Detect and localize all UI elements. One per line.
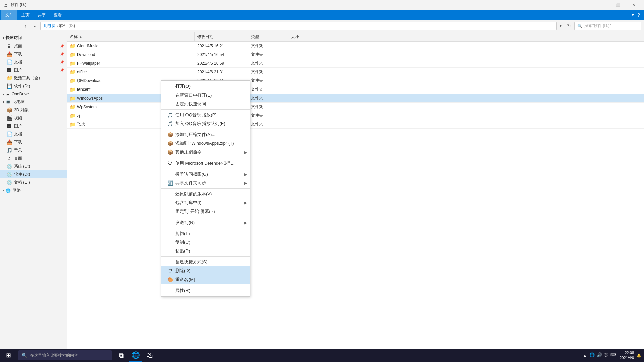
sidebar-item-video[interactable]: 🎬 视频 (0, 114, 67, 122)
sidebar-item-documents[interactable]: 📄 文档 (0, 130, 67, 138)
ctx-include-library[interactable]: 包含到库中(I) ▶ (161, 198, 250, 207)
refresh-button[interactable]: ↻ (565, 22, 573, 30)
close-button[interactable]: ✕ (626, 0, 641, 10)
taskbar-edge[interactable]: 🌐 (129, 349, 142, 362)
taskbar-clock[interactable]: 22:08 2021/4/6 (620, 350, 634, 361)
col-header-type[interactable]: 类型 (248, 32, 288, 42)
taskbar-search[interactable]: 🔍 在这里输入你要搜索的内容 (18, 350, 112, 360)
table-row[interactable]: CloudMusic 2021/4/5 16:21 文件夹 (67, 42, 644, 50)
ctx-qqmusic-play[interactable]: 🎵 使用 QQ音乐 播放(P) (161, 111, 250, 119)
title-bar-title: 软件 (D:) (11, 2, 26, 8)
sidebar-onedrive[interactable]: ▸ ☁ OneDrive (0, 90, 67, 98)
app-icon: 🗂 (3, 2, 8, 8)
sidebar-item-docs[interactable]: 📄 文档 📌 (0, 58, 67, 66)
ctx-open[interactable]: 打开(O) (161, 82, 250, 91)
ctx-qqmusic-queue[interactable]: 🎵 加入 QQ音乐 播放队列(E) (161, 119, 250, 128)
minimize-button[interactable]: ─ (595, 0, 610, 10)
sidebar-this-pc-header[interactable]: ▾ 💻 此电脑 (0, 98, 67, 106)
up-button[interactable]: ↑ (21, 22, 30, 30)
notification-icon[interactable]: 🔔 (637, 353, 641, 358)
desktop2-icon: 🖥 (7, 156, 12, 161)
menu-view[interactable]: 查看 (50, 10, 66, 20)
menu-home[interactable]: 主页 (17, 10, 34, 20)
sidebar-item-c[interactable]: 💿 系统 (C:) (0, 162, 67, 170)
ctx-sep7 (161, 228, 250, 228)
sidebar-pictures-label: 图片 (14, 67, 22, 73)
sidebar-item-desktopc[interactable]: 🖥 桌面 (0, 154, 67, 162)
search-box[interactable]: 🔍 搜索"软件 (D:)" (574, 22, 641, 30)
ctx-compress-zip[interactable]: 📦 添加到 "WindowsApps.zip" (T) (161, 139, 250, 148)
sidebar-item-pics[interactable]: 🖼 图片 (0, 122, 67, 130)
clock-time: 22:08 (620, 350, 634, 355)
sidebar-item-3d[interactable]: 📦 3D 对象 (0, 106, 67, 114)
table-row[interactable]: Download 2021/4/5 16:54 文件夹 (67, 50, 644, 59)
start-button[interactable]: ⊞ (0, 349, 17, 362)
arrow-icon2: ▶ (244, 172, 247, 177)
sync-icon: 🔄 (167, 180, 173, 186)
maximize-button[interactable]: ⬜ (610, 0, 626, 10)
taskbar-icons: ⧉ 🌐 🛍 (115, 349, 156, 362)
col-header-date[interactable]: 修改日期 (195, 32, 248, 42)
ctx-send-to[interactable]: 发送到(N) ▶ (161, 218, 250, 227)
sidebar-item-desktop[interactable]: 🖥 桌面 📌 (0, 42, 67, 50)
back-button[interactable]: ← (3, 22, 11, 30)
sidebar-item-download[interactable]: 📥 下载 📌 (0, 50, 67, 58)
ctx-create-shortcut[interactable]: 创建快捷方式(S) (161, 258, 250, 266)
table-row[interactable]: 飞火 2021/4/5 16:... 文件夹 (67, 120, 644, 129)
tray-expand[interactable]: ▲ (583, 353, 587, 357)
file-list: 名称 ▲ 修改日期 类型 大小 CloudMusic 2021/4/5 16:2… (67, 32, 644, 353)
ctx-pin-start[interactable]: 固定到"开始"屏幕(P) (161, 207, 250, 216)
sidebar-network[interactable]: ▸ 🌐 网络 (0, 186, 67, 195)
ctx-sep1 (161, 109, 250, 110)
sidebar-quick-access[interactable]: ▾ 快速访问 (0, 34, 67, 42)
taskbar-store[interactable]: 🛍 (143, 349, 156, 362)
d-drive-icon: 💿 (7, 172, 12, 177)
forward-button[interactable]: → (12, 22, 20, 30)
sidebar-item-downloads[interactable]: 📥 下载 (0, 138, 67, 146)
send-to-icon (167, 219, 173, 226)
folder-icon (70, 61, 75, 66)
sidebar-item-pictures[interactable]: 🖼 图片 📌 (0, 66, 67, 74)
expand-ribbon-btn[interactable]: ▼ (631, 13, 635, 17)
menu-file[interactable]: 文件 (1, 10, 17, 20)
ctx-grant-access[interactable]: 授予访问权限(G) ▶ (161, 170, 250, 179)
desktop-icon: 🖥 (7, 43, 12, 49)
menu-share[interactable]: 共享 (34, 10, 50, 20)
ctx-sync-folder[interactable]: 🔄 共享文件夹同步 ▶ (161, 179, 250, 187)
ctx-defender[interactable]: 🛡 使用 Microsoft Defender扫描... (161, 159, 250, 168)
col-header-name[interactable]: 名称 ▲ (67, 32, 195, 42)
table-row[interactable]: zj 2021/4/5 16:... 文件夹 (67, 111, 644, 120)
network-label: 网络 (13, 188, 21, 193)
ctx-compress-more[interactable]: 📦 其他压缩命令 ▶ (161, 148, 250, 157)
table-row[interactable]: WpSystem 2021/4/5 2... 文件夹 (67, 103, 644, 111)
main-layout: ▾ 快速访问 🖥 桌面 📌 📥 下载 📌 📄 文档 📌 🖼 图片 📌 📁 激活工… (0, 32, 644, 353)
ctx-rename[interactable]: 🎨 重命名(M) (161, 275, 250, 284)
sidebar-item-d[interactable]: 💿 软件 (D:) (0, 170, 67, 178)
address-path[interactable]: 此电脑 › 软件 (D:) (40, 22, 557, 30)
ctx-compress[interactable]: 📦 添加到压缩文件(A)... (161, 130, 250, 139)
ctx-delete[interactable]: 🛡 删除(D) (161, 266, 250, 275)
address-dropdown[interactable]: ▼ (558, 22, 564, 30)
menu-bar: 文件 主页 共享 查看 ▼ ? (0, 10, 644, 20)
table-row[interactable]: office 2021/4/6 21:31 文件夹 (67, 68, 644, 76)
music-icon: 🎵 (7, 147, 12, 153)
table-row-selected[interactable]: WindowsApps 2021/4/5 16:... 文件夹 (67, 94, 644, 103)
ctx-cut[interactable]: 剪切(T) (161, 229, 250, 238)
table-row[interactable]: tencent 2021/4/5 16:20 文件夹 (67, 85, 644, 94)
sidebar-item-music[interactable]: 🎵 音乐 (0, 146, 67, 154)
table-row[interactable]: QMDownload 2021/4/5 16:11 文件夹 (67, 76, 644, 85)
ctx-pin-quick[interactable]: 固定到快速访问 (161, 100, 250, 108)
ctx-paste[interactable]: 粘贴(P) (161, 247, 250, 255)
ctx-open-new-window[interactable]: 在新窗口中打开(E) (161, 91, 250, 100)
ctx-properties[interactable]: 属性(R) (161, 286, 250, 295)
ctx-restore-version[interactable]: 还原以前的版本(V) (161, 190, 250, 198)
taskbar-task-view[interactable]: ⧉ (115, 349, 128, 362)
sidebar-item-e[interactable]: 💿 文档 (E:) (0, 178, 67, 186)
ctx-copy[interactable]: 复制(C) (161, 238, 250, 247)
sidebar-item-tools[interactable]: 📁 激活工具（全） (0, 74, 67, 82)
col-header-size[interactable]: 大小 (288, 32, 322, 42)
table-row[interactable]: FFWallpaper 2021/4/5 16:59 文件夹 (67, 59, 644, 68)
help-btn[interactable]: ? (637, 12, 640, 18)
sidebar-item-software-quick[interactable]: 💾 软件 (D:) (0, 82, 67, 90)
recent-btn[interactable]: ⌄ (31, 22, 39, 30)
